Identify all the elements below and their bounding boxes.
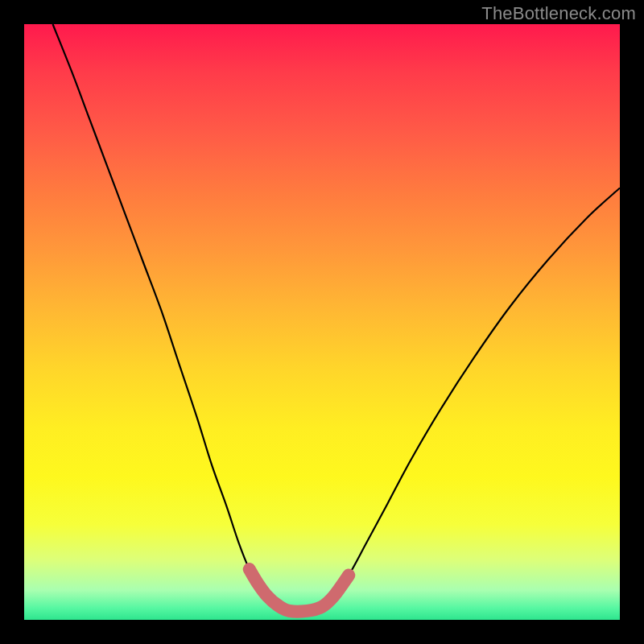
valley-highlight-path [250,569,349,612]
plot-area [24,24,620,620]
curve-path [53,24,620,612]
curve-svg [24,24,620,620]
watermark-text: TheBottleneck.com [481,3,636,24]
chart-frame: TheBottleneck.com [0,0,644,644]
